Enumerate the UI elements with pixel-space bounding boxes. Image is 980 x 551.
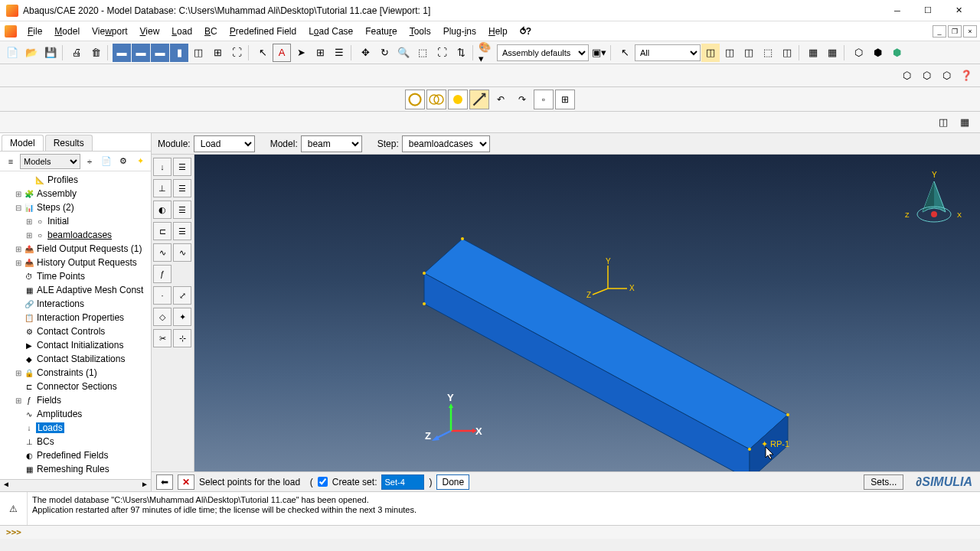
sel4-icon[interactable]: ⬚	[759, 44, 777, 62]
cube-icon[interactable]: ▣▾	[590, 44, 608, 62]
cursor-icon[interactable]: ➤	[292, 44, 310, 62]
print-icon[interactable]: 🖨	[67, 44, 86, 62]
menu-model[interactable]: Model	[48, 24, 86, 39]
selection-filter-combo[interactable]: All	[635, 44, 701, 61]
datum-point-icon[interactable]	[405, 90, 425, 109]
sets-button[interactable]: Sets...	[864, 474, 903, 490]
sel2-icon[interactable]: ◫	[720, 44, 739, 62]
layout2-icon[interactable]: ▦	[956, 113, 974, 132]
create-field-icon[interactable]: ◐	[153, 201, 172, 219]
partition2-icon[interactable]: ⊞	[555, 90, 575, 109]
menu-load[interactable]: Load	[165, 24, 198, 39]
annotation-text-icon[interactable]: A	[273, 44, 291, 62]
open-file-icon[interactable]: 📂	[22, 44, 41, 62]
iso-view2-icon[interactable]: ⬡	[917, 67, 936, 85]
amplitude-icon[interactable]: ∿	[153, 243, 172, 262]
module-combo[interactable]: Load	[194, 135, 255, 152]
datum-axis-icon[interactable]	[426, 90, 446, 109]
tree-new-icon[interactable]: 📄	[99, 154, 114, 169]
tree-item-contact-initializations[interactable]: ▶Contact Initializations	[0, 338, 151, 352]
datum-plane-icon[interactable]	[448, 90, 468, 109]
create-set-checkbox[interactable]	[318, 477, 328, 487]
tree-item-contact-stabilizations[interactable]: ◆Contact Stabilizations	[0, 352, 151, 366]
zoom-icon[interactable]: 🔍	[394, 44, 413, 62]
menu-file[interactable]: File	[21, 24, 48, 39]
shaded-icon[interactable]: ⬢	[887, 44, 906, 62]
tree-item-predefined-fields[interactable]: ◐Predefined Fields	[0, 448, 151, 462]
datum-ax-icon[interactable]: ⤢	[173, 286, 191, 305]
tree-scope-combo[interactable]: Models	[20, 154, 80, 169]
tree-item-bcs[interactable]: ⊥BCs	[0, 435, 151, 448]
tree-item-assembly[interactable]: ⊞🧩Assembly	[0, 187, 151, 201]
zoom-box-icon[interactable]: ⬚	[413, 44, 432, 62]
tab-results[interactable]: Results	[45, 135, 93, 151]
new-file-icon[interactable]: 📄	[3, 44, 21, 62]
menu-predefined[interactable]: Predefined Field	[224, 24, 302, 39]
tree-item-profiles[interactable]: 📐Profiles	[0, 173, 151, 187]
view-front-icon[interactable]: ▬	[113, 44, 131, 62]
tab-model[interactable]: Model	[2, 135, 44, 151]
tree-item-time-points[interactable]: ⏱Time Points	[0, 269, 151, 283]
wire-icon[interactable]: ⬡	[849, 44, 867, 62]
tree-filter-icon[interactable]: ≡	[3, 154, 18, 169]
mesh1-icon[interactable]: ▦	[804, 44, 822, 62]
menu-loadcase[interactable]: Load Case	[302, 24, 359, 39]
tree-scroll-left[interactable]: ◄	[0, 480, 12, 491]
menu-tools[interactable]: Tools	[403, 24, 437, 39]
load-manager-icon[interactable]: ☰	[173, 158, 191, 176]
tree-item-remeshing-rules[interactable]: ▦Remeshing Rules	[0, 462, 151, 476]
grid1-icon[interactable]: ⊞	[311, 44, 329, 62]
iso-view1-icon[interactable]: ⬡	[897, 67, 916, 85]
datum-csys-icon[interactable]	[469, 90, 489, 109]
partition-icon[interactable]: ✂	[153, 329, 172, 347]
step-combo[interactable]: beamloadcases	[402, 135, 490, 152]
help-icon[interactable]: ❓	[957, 67, 975, 85]
pointer-icon[interactable]: ↖	[616, 44, 634, 62]
layout1-icon[interactable]: ◫	[934, 113, 952, 132]
tree-collapse-icon[interactable]: ÷	[82, 154, 97, 169]
iso-view3-icon[interactable]: ⬡	[937, 67, 956, 85]
done-button[interactable]: Done	[436, 474, 469, 490]
sync-icon[interactable]: ⇅	[452, 44, 470, 62]
save-icon[interactable]: 💾	[41, 44, 60, 62]
mdi-close[interactable]: ×	[963, 25, 977, 37]
sel1-icon[interactable]: ◫	[701, 44, 720, 62]
menu-whatsthis[interactable]: ⥀?	[514, 24, 537, 39]
hidden-icon[interactable]: ⬢	[868, 44, 887, 62]
view-iso1-icon[interactable]: ◫	[189, 44, 207, 62]
view-side-icon[interactable]: ▮	[170, 44, 188, 62]
tree-item-connector-sections[interactable]: ⊏Connector Sections	[0, 380, 151, 393]
fit-icon[interactable]: ⛶	[433, 44, 451, 62]
minimize-button[interactable]: ─	[882, 2, 913, 20]
tree-item-ale-adaptive-mesh-const[interactable]: ▦ALE Adaptive Mesh Const	[0, 283, 151, 297]
render-style-combo[interactable]: Assembly defaults	[497, 44, 589, 61]
view-back-icon[interactable]: ▬	[132, 44, 150, 62]
menu-bc[interactable]: BC	[198, 24, 224, 39]
prompt-back-button[interactable]: ⬅	[156, 474, 173, 490]
model-combo[interactable]: beam	[301, 135, 362, 152]
mdi-restore[interactable]: ❐	[948, 25, 962, 37]
tree-item-field-output-requests-1-[interactable]: ⊞📤Field Output Requests (1)	[0, 242, 151, 256]
grid2-icon[interactable]: ☰	[330, 44, 348, 62]
tree-item-initial[interactable]: ⊞○Initial	[0, 214, 151, 228]
pan-icon[interactable]: ✥	[356, 44, 374, 62]
view-iso2-icon[interactable]: ⊞	[208, 44, 227, 62]
sel3-icon[interactable]: ◫	[740, 44, 758, 62]
undo-icon[interactable]: ↶	[491, 90, 511, 109]
view-top-icon[interactable]: ▬	[151, 44, 169, 62]
set-name-input[interactable]	[381, 474, 424, 490]
view-compass[interactable]: Y Z X	[903, 170, 965, 239]
field-manager-icon[interactable]: ☰	[173, 201, 191, 219]
menu-feature[interactable]: Feature	[359, 24, 403, 39]
tree-item-interactions[interactable]: 🔗Interactions	[0, 297, 151, 311]
tree-scroll-right[interactable]: ►	[139, 480, 151, 491]
prompt-cancel-button[interactable]: ✕	[178, 474, 194, 490]
mdi-minimize[interactable]: _	[933, 25, 946, 37]
menu-viewport[interactable]: Viewport	[86, 24, 134, 39]
tree-item-contact-controls[interactable]: ⚙Contact Controls	[0, 324, 151, 338]
message-icon[interactable]: ⚠	[0, 492, 28, 525]
create-loadcase-icon[interactable]: ⊏	[153, 222, 172, 240]
sel5-icon[interactable]: ◫	[778, 44, 796, 62]
bc-manager-icon[interactable]: ☰	[173, 179, 191, 197]
amp-manager-icon[interactable]: ∿	[173, 243, 191, 262]
